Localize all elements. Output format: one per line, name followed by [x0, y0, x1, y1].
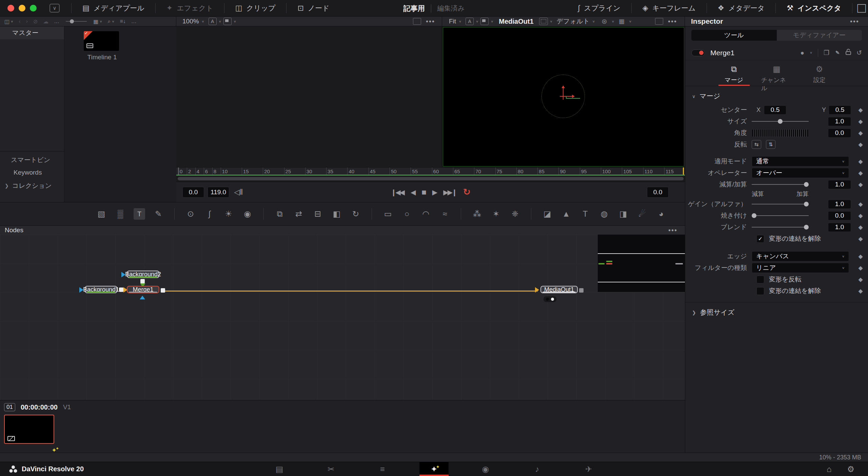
gain-field[interactable]: 1.0 [828, 200, 851, 209]
clip-thumbnail[interactable] [4, 415, 54, 444]
nodes-toggle[interactable]: ⊡ ノード [293, 0, 334, 17]
project-manager-icon[interactable]: ⌂ [827, 464, 832, 474]
size-slider[interactable] [752, 119, 809, 124]
merge1-output-square[interactable] [161, 288, 165, 293]
node-mediaout1[interactable]: MediaOut1 [540, 286, 578, 293]
cloud-download-icon[interactable]: ☁ [41, 18, 51, 25]
spline-toggle[interactable]: ∫ スプライン [573, 0, 625, 17]
media-pool-toggle[interactable]: ▤ メディアプール [78, 0, 149, 17]
edit-page-button[interactable]: ≡ [368, 462, 397, 476]
bin-sidebar-toggle-icon[interactable]: ◫∨ [2, 18, 16, 25]
close-window-button[interactable] [7, 5, 14, 12]
text-3d-tool-icon[interactable]: T [579, 208, 591, 220]
inspector-toggle[interactable]: ⚒ インスペクタ [782, 0, 846, 17]
camera-3d-tool-icon[interactable]: ◨ [617, 208, 629, 220]
keyframe-diamond-icon[interactable]: ◆ [853, 264, 868, 272]
particle-emitter-tool-icon[interactable]: ⁂ [471, 208, 483, 220]
keyframe-diamond-icon[interactable]: ◆ [853, 158, 868, 165]
keyframe-diamond-icon[interactable]: ◆ [853, 106, 868, 114]
render-range-end-field[interactable]: 119.0 [208, 187, 229, 198]
invert-transform-checkbox[interactable] [756, 276, 764, 283]
lock-icon[interactable] [846, 49, 851, 57]
angle-dial[interactable] [752, 129, 809, 137]
connector-square[interactable] [119, 287, 123, 292]
tab-channel[interactable]: ▦ チャンネル [761, 63, 792, 86]
reference-size-section[interactable]: ❯ 参照サイズ [685, 302, 868, 317]
keyframe-diamond-icon[interactable]: ◆ [853, 276, 868, 283]
left-viewer-zoom-dropdown[interactable]: 100% ∨ [180, 18, 206, 25]
effects-toggle[interactable]: ✦ エフェクト [162, 0, 218, 17]
stop-button[interactable]: ■ [421, 187, 426, 197]
flip-vertical-button[interactable]: ⇅ [766, 140, 775, 149]
burn-field[interactable]: 0.0 [828, 211, 851, 220]
shape-3d-tool-icon[interactable]: ▲ [560, 208, 572, 220]
timeline-scrollbar[interactable] [176, 176, 685, 182]
keyframe-diamond-icon[interactable]: ◆ [853, 130, 868, 137]
keyframe-diamond-icon[interactable]: ◆ [853, 253, 868, 260]
media-page-button[interactable]: ▤ [265, 462, 294, 476]
blur-tool-icon[interactable]: ⊙ [185, 208, 196, 220]
particle-render-tool-icon[interactable]: ❈ [509, 208, 521, 220]
bin-item-collections[interactable]: ❯ コレクション [0, 179, 64, 192]
color-page-button[interactable]: ◉ [471, 462, 500, 476]
matte-control-tool-icon[interactable]: ⊟ [312, 208, 323, 220]
thumbnail-size-slider[interactable] [66, 21, 87, 22]
merge-3d-tool-icon[interactable]: ◍ [598, 208, 610, 220]
bin-item-master[interactable]: マスター [0, 26, 64, 39]
center-x-field[interactable]: 0.5 [764, 105, 786, 115]
keyframe-diamond-icon[interactable]: ◆ [853, 118, 868, 125]
clips-toggle[interactable]: ◫ クリップ [231, 0, 280, 17]
right-viewer-zoom-dropdown[interactable]: Fit ∨ [447, 18, 463, 25]
quick-export-icon[interactable]: ∨ [50, 4, 60, 13]
keyframe-diamond-icon[interactable]: ◆ [853, 212, 868, 219]
timeline-ruler[interactable]: 0246810152025303540455055606570758085909… [176, 167, 685, 175]
color-controls-icon[interactable]: ⊛ [599, 17, 610, 25]
text-plus-tool-icon[interactable]: T [134, 208, 145, 220]
mediaout1-output-square[interactable] [579, 288, 584, 293]
sort-order-icon[interactable]: ≡↓ [117, 18, 128, 24]
right-viewer-menu-icon[interactable]: ••• [665, 18, 680, 25]
copy-settings-icon[interactable]: ❐ [824, 49, 829, 57]
connection-merge1-mediaout1[interactable] [165, 291, 538, 292]
timeline-clip-thumbnail[interactable]: ✓ [84, 31, 119, 51]
sub-add-field[interactable]: 1.0 [828, 180, 851, 189]
spot-light-3d-tool-icon[interactable]: ☄ [636, 208, 648, 220]
forward-icon[interactable]: › [24, 18, 30, 24]
search-icon[interactable]: ⌕∨ [105, 18, 117, 24]
current-frame-field[interactable]: 0.0 [647, 187, 669, 198]
project-settings-icon[interactable]: ⚙ [847, 464, 854, 474]
render-range-end-marker[interactable] [683, 167, 684, 175]
viewer-assignment-dots[interactable] [544, 296, 556, 302]
node-graph[interactable]: Background1 Background2 Merge1 MediaOut1 [0, 235, 685, 400]
node-color-icon[interactable]: ● [801, 49, 804, 57]
blend-slider[interactable] [752, 225, 809, 230]
reset-icon[interactable]: ↺ [856, 49, 862, 57]
node-background2[interactable]: Background2 [127, 271, 159, 278]
image-plane-3d-tool-icon[interactable]: ◪ [541, 208, 553, 220]
transform-tool-icon[interactable]: ↻ [350, 208, 361, 220]
rectangle-mask-tool-icon[interactable]: ▭ [382, 208, 394, 220]
grid-view-icon[interactable]: ▦∨ [91, 18, 104, 25]
keyframe-diamond-icon[interactable]: ◆ [853, 224, 868, 231]
play-button[interactable]: ▶ [432, 188, 436, 196]
keyframe-diamond-icon[interactable]: ◆ [853, 287, 868, 295]
operator-dropdown[interactable]: オーバー ∨ [752, 168, 849, 178]
node-background1[interactable]: Background1 [85, 286, 117, 293]
expand-viewer-icon[interactable] [413, 18, 421, 25]
keyframe-diamond-icon[interactable]: ◆ [853, 181, 868, 188]
clean-feed-icon[interactable]: ⃞ [859, 0, 868, 17]
keyframe-diamond-icon[interactable]: ◆ [853, 235, 868, 242]
channel-view-icon[interactable] [223, 18, 232, 25]
gain-gamma-icon[interactable]: A [209, 18, 217, 25]
flatten-transform-checkbox[interactable]: ✓ [756, 235, 764, 243]
color-curves-tool-icon[interactable]: ∫ [204, 208, 215, 220]
back-icon[interactable]: ‹ [16, 18, 23, 24]
viewer-canvas[interactable] [443, 27, 684, 166]
chevron-down-icon[interactable]: ∨ [810, 51, 812, 54]
dissolve-tool-icon[interactable]: ⇄ [293, 208, 304, 220]
channel-view-icon[interactable] [480, 18, 489, 25]
fast-noise-tool-icon[interactable]: ▒ [115, 208, 126, 220]
fusion-page-button[interactable]: ✦✦ [419, 462, 449, 476]
renderer-3d-tool-icon[interactable]: ◕ [655, 208, 667, 220]
ellipse-mask-tool-icon[interactable]: ○ [401, 208, 413, 220]
